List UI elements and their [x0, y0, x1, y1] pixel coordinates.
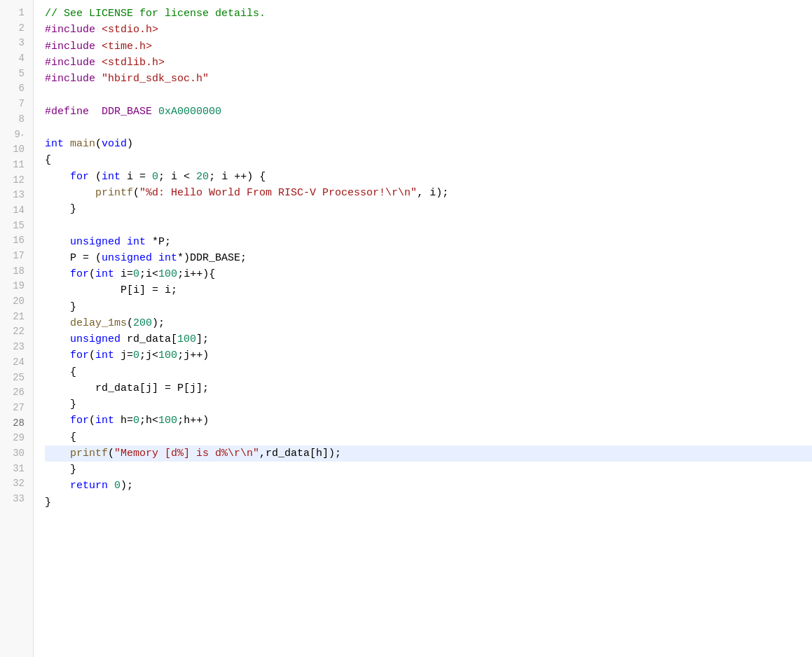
line-number: 31: [6, 462, 25, 477]
line-number: 15: [6, 219, 25, 234]
line-number: 24: [6, 355, 25, 371]
code-line: int main(void): [45, 136, 812, 152]
line-number: 12: [6, 173, 25, 188]
line-number: 27: [6, 401, 25, 416]
line-number: 1: [6, 6, 25, 21]
code-line: printf("%d: Hello World From RISC-V Proc…: [45, 185, 812, 201]
code-line: {: [45, 152, 812, 168]
line-number: 18: [6, 264, 25, 279]
code-line: }: [45, 299, 812, 315]
code-line: }: [45, 396, 812, 413]
code-line: {: [45, 364, 812, 380]
line-number: 11: [6, 158, 25, 173]
code-editor: 123456789◦101112131415161718192021222324…: [0, 0, 812, 657]
code-line: [45, 527, 812, 543]
code-line: // See LICENSE for license details.: [45, 6, 812, 22]
code-line: #define DDR_BASE 0xA0000000: [45, 104, 812, 120]
code-line: printf("Memory [d%] is d%\r\n",rd_data[h…: [45, 445, 812, 462]
code-line: for (int i = 0; i < 20; i ++) {: [45, 169, 812, 185]
line-number: 20: [6, 294, 25, 310]
code-line: unsigned int *P;: [45, 234, 812, 250]
line-number: 7: [6, 97, 25, 112]
code-line: [45, 511, 812, 527]
code-line: for(int h=0;h<100;h++): [45, 413, 812, 429]
line-number: 3: [6, 36, 25, 51]
code-content[interactable]: // See LICENSE for license details.#incl…: [34, 0, 812, 657]
line-number: 4: [6, 51, 25, 67]
code-line: return 0);: [45, 478, 812, 494]
line-number: 8: [6, 112, 25, 127]
code-line: [45, 87, 812, 103]
code-line: {: [45, 429, 812, 445]
code-line: }: [45, 495, 812, 511]
line-number: 30: [6, 446, 25, 462]
code-line: }: [45, 462, 812, 478]
line-number: 16: [6, 233, 25, 249]
code-line: #include <time.h>: [45, 39, 812, 55]
code-line: #include "hbird_sdk_soc.h": [45, 71, 812, 87]
code-line: P[i] = i;: [45, 282, 812, 298]
code-line: }: [45, 201, 812, 217]
line-number: 6: [6, 81, 25, 97]
code-line: for(int j=0;j<100;j++): [45, 347, 812, 364]
code-line: for(int i=0;i<100;i++){: [45, 266, 812, 282]
line-number: 13: [6, 188, 25, 203]
line-number: 29: [6, 431, 25, 446]
line-number: 26: [6, 385, 25, 401]
line-number: 17: [6, 249, 25, 264]
code-line: #include <stdlib.h>: [45, 55, 812, 71]
code-line: [45, 217, 812, 233]
line-number: 25: [6, 371, 25, 386]
line-number: 14: [6, 203, 25, 219]
code-line: delay_1ms(200);: [45, 315, 812, 331]
line-number: 23: [6, 340, 25, 355]
line-numbers: 123456789◦101112131415161718192021222324…: [0, 0, 34, 657]
code-line: rd_data[j] = P[j];: [45, 380, 812, 396]
code-line: #include <stdio.h>: [45, 22, 812, 38]
line-number: 9◦: [6, 127, 25, 143]
code-line: [45, 120, 812, 136]
code-line: P = (unsigned int*)DDR_BASE;: [45, 250, 812, 266]
line-number: 33: [6, 492, 25, 507]
line-number: 32: [6, 476, 25, 492]
line-number: 2: [6, 21, 25, 36]
line-number: 19: [6, 279, 25, 294]
line-number: 5: [6, 67, 25, 82]
line-number: 22: [6, 324, 25, 340]
line-number: 10: [6, 142, 25, 158]
line-number: 28: [6, 416, 25, 431]
line-number: 21: [6, 310, 25, 325]
code-line: unsigned rd_data[100];: [45, 331, 812, 347]
